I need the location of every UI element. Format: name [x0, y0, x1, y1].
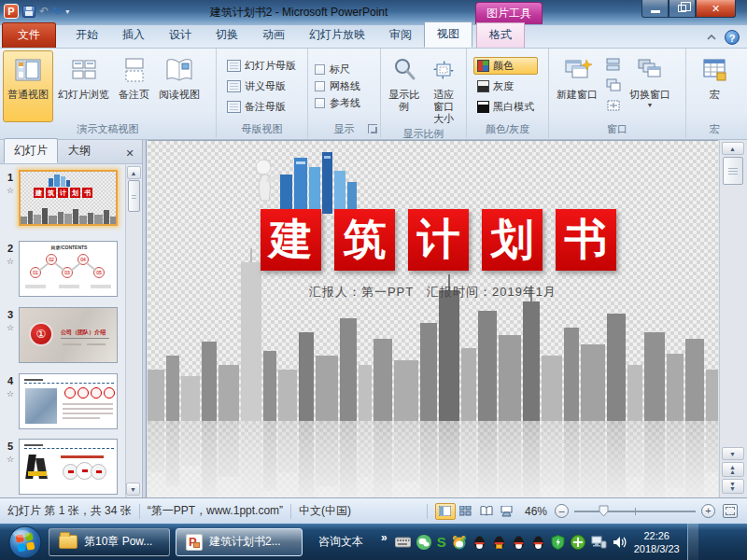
- qq-icon[interactable]: [531, 535, 545, 550]
- security-shield-icon[interactable]: [551, 535, 565, 550]
- tab-view[interactable]: 视图: [424, 21, 472, 48]
- cascade-windows-icon[interactable]: [606, 78, 621, 95]
- reading-view-button[interactable]: 阅读视图: [154, 50, 204, 122]
- help-icon[interactable]: ?: [725, 30, 740, 45]
- zoom-slider[interactable]: [574, 511, 696, 512]
- qq-icon[interactable]: [472, 535, 486, 550]
- tab-home[interactable]: 开始: [63, 23, 110, 48]
- tab-slides[interactable]: 幻灯片: [4, 138, 58, 163]
- ruler-checkbox[interactable]: 标尺: [315, 63, 360, 77]
- new-window-button[interactable]: 新建窗口: [552, 50, 602, 122]
- zoom-button[interactable]: 显示比例: [384, 50, 424, 127]
- arrange-all-icon[interactable]: [606, 58, 621, 75]
- slide-master-button[interactable]: 幻灯片母版: [223, 57, 300, 75]
- minimize-button[interactable]: [641, 0, 669, 18]
- handout-master-icon: [227, 80, 241, 92]
- panel-tabs: 幻灯片 大纲 ✕: [0, 140, 142, 164]
- safety-ball-icon[interactable]: [571, 535, 585, 550]
- bear-icon[interactable]: [452, 535, 467, 550]
- volume-icon[interactable]: [613, 536, 627, 549]
- zoom-in-icon[interactable]: +: [701, 504, 715, 518]
- taskbar-item-powerpoint[interactable]: P 建筑计划书2...: [176, 528, 303, 556]
- tab-outline[interactable]: 大纲: [58, 138, 101, 163]
- tab-insert[interactable]: 插入: [110, 23, 157, 48]
- color-button[interactable]: 颜色: [473, 57, 538, 75]
- gridlines-checkbox[interactable]: 网格线: [315, 79, 360, 93]
- normal-view-button[interactable]: 普通视图: [3, 50, 53, 122]
- panel-scrollbar[interactable]: ▲ ▼: [125, 165, 141, 497]
- tab-file[interactable]: 文件: [2, 22, 56, 48]
- move-split-icon[interactable]: [606, 99, 621, 116]
- slide-sorter-button[interactable]: 幻灯片浏览: [53, 50, 114, 122]
- black-white-button[interactable]: 黑白模式: [473, 98, 538, 116]
- taskbar-clock[interactable]: 22:26 2018/3/23: [634, 529, 680, 555]
- black-white-icon: [477, 101, 489, 113]
- input-keyboard-icon[interactable]: [395, 536, 411, 548]
- taskbar-item-text[interactable]: 咨询文本: [308, 528, 374, 556]
- wechat-icon[interactable]: [416, 535, 431, 550]
- animation-star-icon: ☆: [2, 257, 19, 266]
- slide-3-thumbnail[interactable]: ① 公司（团队）介绍: [19, 307, 118, 363]
- panel-close-icon[interactable]: ✕: [122, 147, 137, 160]
- grayscale-button[interactable]: 灰度: [473, 77, 538, 95]
- slide-5-thumbnail[interactable]: [19, 439, 118, 495]
- slide-1-thumbnail[interactable]: 建筑计划书: [19, 170, 118, 226]
- slide-canvas[interactable]: 建 筑 计 划 书 汇报人：第一PPT 汇报时间：2019年1月: [148, 140, 718, 497]
- dialog-launcher-icon[interactable]: [368, 124, 377, 133]
- tab-format[interactable]: 格式: [476, 22, 525, 48]
- next-slide-icon[interactable]: ▼▼: [722, 479, 744, 494]
- zoom-out-icon[interactable]: –: [555, 504, 569, 518]
- checkbox-icon: [315, 81, 325, 91]
- tab-review[interactable]: 审阅: [377, 23, 424, 48]
- tab-animations[interactable]: 动画: [250, 23, 297, 48]
- macros-button[interactable]: 宏: [697, 50, 732, 122]
- qq-briefcase-icon[interactable]: [492, 535, 506, 550]
- notes-page-button[interactable]: 备注页: [114, 50, 154, 122]
- normal-view-status-button[interactable]: [435, 503, 456, 520]
- scroll-down-icon[interactable]: ▼: [126, 483, 140, 496]
- reading-view-status-button[interactable]: [476, 503, 497, 520]
- animation-star-icon: ☆: [2, 323, 19, 332]
- zoom-slider-thumb[interactable]: [599, 505, 609, 520]
- notes-master-button[interactable]: 备注母版: [223, 98, 300, 116]
- slide-sorter-status-button[interactable]: [456, 503, 476, 520]
- animation-star-icon: ☆: [2, 455, 19, 464]
- tab-slideshow[interactable]: 幻灯片放映: [297, 23, 377, 48]
- handout-master-button[interactable]: 讲义母版: [223, 77, 300, 95]
- scroll-up-icon[interactable]: ▲: [127, 166, 141, 179]
- tab-transitions[interactable]: 切换: [204, 23, 250, 48]
- tray-overflow-icon[interactable]: »: [381, 531, 388, 544]
- slide-4-thumbnail[interactable]: [19, 373, 118, 429]
- slide-2-thumbnail[interactable]: 目录/CONTENTS 02 04 01 03 05: [19, 241, 118, 297]
- normal-view-icon: [14, 54, 42, 86]
- close-button[interactable]: ✕: [696, 0, 736, 18]
- language-indicator[interactable]: 中文(中国): [299, 503, 351, 519]
- main-scrollbar[interactable]: ▲ ▼ ▲▲ ▼▼: [719, 140, 745, 497]
- taskbar-item-folder[interactable]: 第10章 Pow...: [49, 528, 170, 556]
- collapse-ribbon-icon[interactable]: [704, 31, 719, 45]
- scroll-down-icon[interactable]: ▼: [722, 447, 744, 460]
- qq-icon[interactable]: [512, 535, 526, 550]
- notes-master-icon: [227, 101, 241, 113]
- scroll-up-icon[interactable]: ▲: [722, 142, 744, 155]
- fit-slide-to-window-icon[interactable]: [723, 504, 738, 518]
- picture-tools-label: 图片工具: [475, 2, 543, 24]
- network-icon[interactable]: [591, 536, 607, 549]
- switch-windows-button[interactable]: 切换窗口 ▼: [625, 50, 675, 122]
- restore-button[interactable]: [669, 0, 696, 18]
- scrollbar-thumb[interactable]: [128, 180, 140, 212]
- sogou-icon[interactable]: S: [437, 534, 446, 550]
- pane-splitter[interactable]: [143, 140, 147, 497]
- zoom-percentage[interactable]: 46%: [525, 505, 547, 518]
- start-button[interactable]: [7, 525, 43, 560]
- animation-star-icon: ☆: [2, 389, 19, 399]
- slide-show-status-button[interactable]: [497, 503, 517, 520]
- show-desktop-button[interactable]: [687, 524, 698, 560]
- guides-checkbox[interactable]: 参考线: [315, 96, 360, 110]
- animation-star-icon: ☆: [2, 186, 19, 195]
- previous-slide-icon[interactable]: ▲▲: [722, 462, 744, 477]
- dropdown-arrow-icon: ▼: [647, 102, 654, 108]
- fit-to-window-button[interactable]: 适应窗口大小: [424, 50, 463, 127]
- tab-design[interactable]: 设计: [157, 23, 204, 48]
- scrollbar-thumb[interactable]: [723, 157, 743, 185]
